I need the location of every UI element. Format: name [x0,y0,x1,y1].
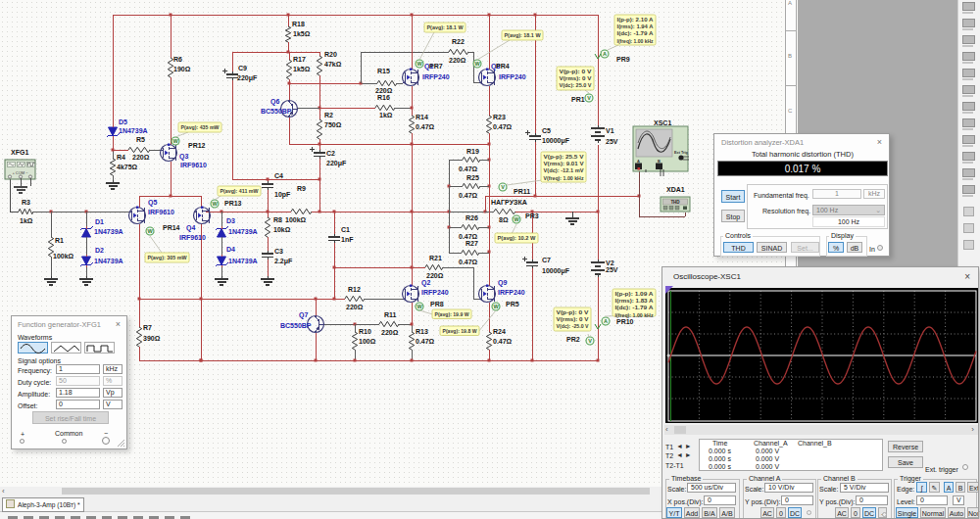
svg-text:W: W [147,228,153,234]
svg-text:0.47Ω: 0.47Ω [459,259,478,265]
svg-text:V(rms): 0 V: V(rms): 0 V [560,75,592,81]
svg-text:PR5: PR5 [506,301,519,307]
svg-text:B: B [658,159,661,164]
svg-text:25V: 25V [606,266,618,273]
svg-text:390Ω: 390Ω [143,335,161,342]
svg-text:D5: D5 [119,118,127,125]
svg-text:IRF9610: IRF9610 [180,162,207,168]
svg-text:10kΩ: 10kΩ [273,226,291,233]
svg-text:IRFP240: IRFP240 [422,73,450,80]
svg-text:W: W [172,138,178,144]
svg-text:V(p-p): 0 V: V(p-p): 0 V [557,309,589,315]
svg-text:P(avg): 19.9 W: P(avg): 19.9 W [435,311,469,317]
svg-text:0.47Ω: 0.47Ω [459,192,478,199]
svg-text:Q3: Q3 [179,153,188,161]
svg-text:100kΩ: 100kΩ [53,253,74,260]
svg-text:C2: C2 [326,150,335,157]
svg-text:R5: R5 [136,136,145,143]
svg-text:BC550BP: BC550BP [280,322,312,329]
svg-text:Q5: Q5 [148,199,157,207]
svg-text:W: W [416,304,422,309]
svg-text:D4: D4 [226,246,235,253]
svg-text:I(freq): 1.00 kHz: I(freq): 1.00 kHz [617,38,654,44]
svg-text:A: A [637,159,640,164]
svg-text:P(avg): 10.2 W: P(avg): 10.2 W [498,235,537,241]
svg-text:P(avg): 435 mW: P(avg): 435 mW [181,124,220,130]
svg-text:10000μF: 10000μF [542,137,570,145]
svg-text:W: W [474,61,480,67]
svg-text:10000μF: 10000μF [542,267,570,275]
svg-text:220Ω: 220Ω [346,304,364,310]
svg-text:XSC1: XSC1 [654,119,671,126]
svg-text:4k75Ω: 4k75Ω [117,164,138,170]
svg-text:R16: R16 [377,94,390,101]
svg-text:IRF9610: IRF9610 [148,209,174,215]
svg-text:PR13: PR13 [224,200,242,207]
svg-text:XFG1: XFG1 [11,149,28,156]
svg-text:0.47Ω: 0.47Ω [459,233,478,240]
svg-text:IRF9610: IRF9610 [179,234,206,241]
svg-text:P(avg): 305 mW: P(avg): 305 mW [148,255,187,260]
svg-text:R14: R14 [416,114,428,120]
svg-text:PR11: PR11 [514,188,530,195]
svg-text:P(avg): 19.8 W: P(avg): 19.8 W [443,328,477,334]
svg-text:PR1: PR1 [571,96,585,103]
svg-text:R25: R25 [466,174,479,181]
svg-text:1N4739A: 1N4739A [94,258,123,264]
svg-text:R27: R27 [466,240,478,247]
svg-text:0.47Ω: 0.47Ω [416,338,435,345]
svg-text:R21: R21 [429,255,442,261]
svg-text:R18: R18 [292,21,305,27]
svg-text:R17: R17 [293,56,306,63]
svg-text:V1: V1 [606,127,614,134]
svg-text:Q9: Q9 [498,279,507,287]
svg-text:C7: C7 [542,257,551,263]
svg-text:V: V [587,95,591,101]
svg-text:A: A [604,318,608,324]
svg-text:PR12: PR12 [188,142,206,149]
svg-text:0.47Ω: 0.47Ω [416,123,435,130]
svg-text:IRFP240: IRFP240 [499,73,526,80]
svg-text:Q2: Q2 [421,279,430,287]
svg-text:+ COM −: + COM − [12,170,28,175]
svg-text:D1: D1 [95,218,104,225]
svg-text:V2: V2 [606,260,614,266]
svg-text:100kΩ: 100kΩ [285,216,307,223]
svg-text:IRFP240: IRFP240 [498,289,525,296]
svg-text:W: W [416,61,422,67]
svg-text:R22: R22 [452,38,465,45]
svg-text:R3: R3 [22,199,30,206]
svg-text:Q7: Q7 [299,311,308,319]
svg-text:Ext Trig: Ext Trig [674,151,689,155]
svg-text:1N4739A: 1N4739A [94,228,123,235]
svg-text:220μF: 220μF [326,160,347,167]
svg-text:R9: R9 [297,185,306,192]
svg-text:1kΩ: 1kΩ [20,217,33,224]
svg-text:R1: R1 [55,237,64,244]
svg-text:220Ω: 220Ω [381,329,399,336]
svg-text:Q4: Q4 [186,224,195,232]
svg-text:1k5Ω: 1k5Ω [293,30,311,37]
svg-text:P(avg): 411 mW: P(avg): 411 mW [220,188,259,194]
svg-text:PR4: PR4 [496,63,510,70]
svg-text:0.47Ω: 0.47Ω [459,165,478,172]
svg-text:1k5Ω: 1k5Ω [293,66,311,72]
svg-text:D2: D2 [95,247,104,254]
svg-text:Q6: Q6 [270,98,279,106]
svg-text:I(rms): 1.94 A: I(rms): 1.94 A [617,24,655,29]
svg-text:R26: R26 [466,214,478,221]
svg-text:PR14: PR14 [163,224,180,231]
svg-text:0.47Ω: 0.47Ω [493,338,513,345]
svg-text:P(avg): 18.1 W: P(avg): 18.1 W [427,24,464,30]
svg-text:C4: C4 [274,172,283,179]
svg-text:C1: C1 [341,226,350,233]
svg-text:V(dc): -12.1 mV: V(dc): -12.1 mV [544,167,584,173]
svg-text:XDA1: XDA1 [666,186,685,193]
svg-text:V(rms): 0 V: V(rms): 0 V [557,316,589,322]
svg-text:R10: R10 [359,328,371,335]
svg-text:V(rms): 9.01 V: V(rms): 9.01 V [544,161,584,166]
svg-text:R12: R12 [348,286,361,293]
svg-text:I(rms): 1.83 A: I(rms): 1.83 A [615,298,655,304]
svg-text:25V: 25V [606,138,618,145]
svg-text:PR8: PR8 [430,301,444,307]
